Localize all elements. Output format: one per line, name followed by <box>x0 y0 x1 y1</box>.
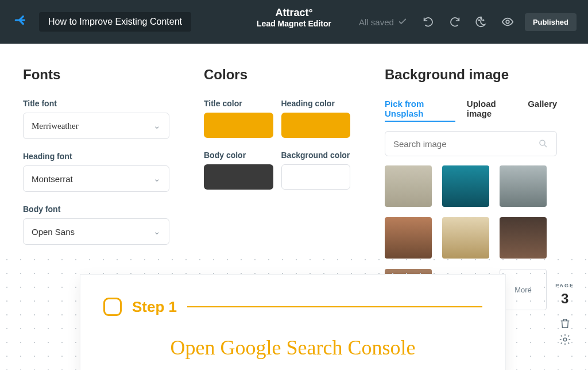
step-divider <box>187 306 482 307</box>
undo-button[interactable] <box>419 13 438 31</box>
step-heading[interactable]: Open Google Search Console <box>103 336 482 360</box>
heading-font-select[interactable]: Montserrat ⌄ <box>23 165 169 192</box>
heading-color-label: Heading color <box>281 99 351 108</box>
bg-thumb[interactable] <box>385 165 432 207</box>
fonts-heading: Fonts <box>23 67 169 83</box>
title-font-select[interactable]: Merriweather ⌄ <box>23 113 169 139</box>
step-row: Step 1 <box>103 298 482 316</box>
page-label: PAGE <box>555 283 574 288</box>
save-status-label: All saved <box>359 17 394 27</box>
body-font-label: Body font <box>23 205 169 214</box>
colors-heading: Colors <box>204 67 350 83</box>
bg-thumb[interactable] <box>442 165 489 207</box>
bg-search[interactable] <box>385 131 557 156</box>
svg-point-5 <box>563 338 567 341</box>
page-sidebar: PAGE 3 <box>555 283 574 349</box>
step-label[interactable]: Step 1 <box>132 298 177 316</box>
fonts-section: Fonts Title font Merriweather ⌄ Heading … <box>23 67 169 257</box>
body-font-value: Open Sans <box>32 227 75 237</box>
tab-unsplash[interactable]: Pick from Unsplash <box>385 99 455 122</box>
app-header: How to Improve Existing Content Attract°… <box>0 0 588 44</box>
brand-block: Attract° Lead Magnet Editor <box>257 7 331 28</box>
page-number: 3 <box>555 291 574 307</box>
page-settings-button[interactable] <box>559 333 571 346</box>
title-font-label: Title font <box>23 99 169 108</box>
chevron-down-icon: ⌄ <box>153 226 161 237</box>
tab-gallery[interactable]: Gallery <box>528 99 557 122</box>
title-color-label: Title color <box>204 99 273 108</box>
document-title-input[interactable]: How to Improve Existing Content <box>39 12 191 32</box>
title-color-swatch[interactable] <box>204 113 273 138</box>
delete-page-button[interactable] <box>559 317 571 330</box>
back-button[interactable] <box>11 10 31 34</box>
bg-thumb[interactable] <box>500 165 547 207</box>
heading-font-value: Montserrat <box>32 174 73 184</box>
bg-search-input[interactable] <box>393 139 538 149</box>
theme-button[interactable] <box>472 13 490 31</box>
heading-color-swatch[interactable] <box>281 113 351 138</box>
bg-tabs: Pick from Unsplash Upload image Gallery <box>385 99 557 122</box>
search-icon <box>538 138 548 149</box>
heading-font-label: Heading font <box>23 152 169 161</box>
bg-heading: Background image <box>385 67 557 83</box>
checkmark-icon <box>397 17 408 27</box>
preview-button[interactable] <box>498 13 517 31</box>
chevron-down-icon: ⌄ <box>153 121 161 131</box>
svg-point-3 <box>506 20 509 24</box>
brand-subtitle: Lead Magnet Editor <box>257 19 331 28</box>
tab-upload[interactable]: Upload image <box>467 99 516 122</box>
page-canvas[interactable]: Step 1 Open Google Search Console <box>80 275 505 370</box>
background-color-label: Background color <box>281 151 351 160</box>
svg-point-4 <box>540 140 545 145</box>
step-checkbox[interactable] <box>103 298 122 316</box>
redo-button[interactable] <box>446 13 464 31</box>
chevron-down-icon: ⌄ <box>153 174 161 184</box>
title-font-value: Merriweather <box>32 121 79 131</box>
background-color-swatch[interactable] <box>281 164 351 190</box>
brand-name: Attract° <box>257 7 331 19</box>
body-color-label: Body color <box>204 151 273 160</box>
svg-point-2 <box>483 20 484 21</box>
body-color-swatch[interactable] <box>204 164 273 190</box>
published-button[interactable]: Published <box>525 13 577 31</box>
body-font-select[interactable]: Open Sans ⌄ <box>23 218 169 245</box>
svg-point-1 <box>481 18 482 20</box>
save-status: All saved <box>359 17 408 27</box>
svg-point-0 <box>478 20 479 21</box>
colors-section: Colors Title color Heading color Body co… <box>204 67 350 190</box>
